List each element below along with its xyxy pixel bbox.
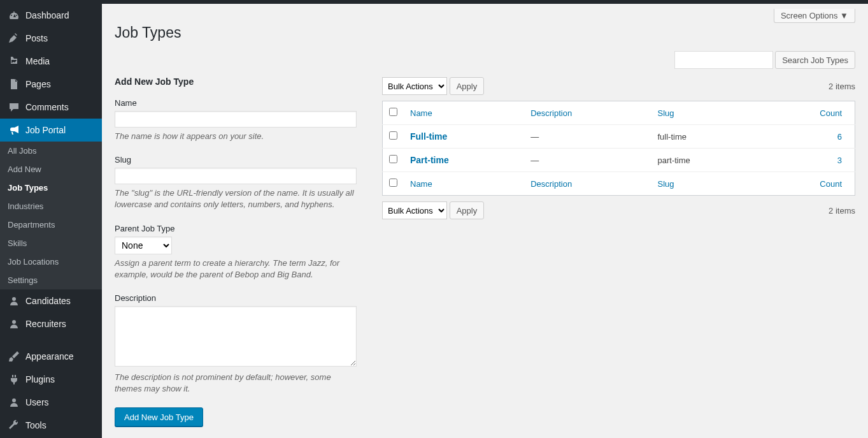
content-area: Screen Options ▼ Job Types Search Job Ty… bbox=[102, 4, 868, 438]
item-count-bottom: 2 items bbox=[829, 206, 855, 215]
admin-sidebar: DashboardPostsMediaPagesCommentsJob Port… bbox=[0, 4, 102, 438]
user-icon bbox=[8, 318, 20, 330]
sidebar-item-plugins[interactable]: Plugins bbox=[0, 368, 102, 391]
col-name[interactable]: Name bbox=[410, 108, 432, 118]
brush-icon bbox=[8, 350, 20, 363]
name-label: Name bbox=[115, 98, 357, 108]
apply-button-top[interactable]: Apply bbox=[450, 77, 485, 95]
media-icon bbox=[8, 55, 20, 68]
row-count-link[interactable]: 6 bbox=[837, 132, 842, 142]
parent-select[interactable]: None bbox=[115, 237, 172, 254]
page-icon bbox=[8, 78, 20, 91]
sidebar-item-users[interactable]: Users bbox=[0, 391, 102, 414]
screen-options-button[interactable]: Screen Options ▼ bbox=[774, 9, 855, 23]
submenu-item-departments[interactable]: Departments bbox=[0, 215, 102, 234]
description-help: The description is not prominent by defa… bbox=[115, 372, 357, 395]
name-help: The name is how it appears on your site. bbox=[115, 131, 357, 142]
table-row: Part-time—part-time3 bbox=[383, 149, 855, 172]
row-slug: full-time bbox=[651, 125, 757, 149]
sidebar-item-label: Users bbox=[25, 397, 49, 407]
sidebar-item-label: Dashboard bbox=[25, 10, 69, 20]
description-label: Description bbox=[115, 293, 357, 303]
slug-label: Slug bbox=[115, 155, 357, 164]
col-slug[interactable]: Slug bbox=[657, 108, 674, 118]
sidebar-item-label: Media bbox=[25, 56, 50, 66]
parent-help: Assign a parent term to create a hierarc… bbox=[115, 258, 357, 281]
row-slug: part-time bbox=[651, 149, 757, 172]
sidebar-item-media[interactable]: Media bbox=[0, 50, 102, 73]
page-title: Job Types bbox=[115, 17, 855, 41]
row-name-link[interactable]: Part-time bbox=[410, 155, 449, 165]
col-count-foot[interactable]: Count bbox=[820, 179, 842, 189]
sidebar-item-label: Comments bbox=[25, 102, 69, 112]
table-row: Full-time—full-time6 bbox=[383, 125, 855, 149]
submenu-item-skills[interactable]: Skills bbox=[0, 234, 102, 252]
description-textarea[interactable] bbox=[115, 306, 357, 367]
submenu-item-settings[interactable]: Settings bbox=[0, 271, 102, 289]
wrench-icon bbox=[8, 419, 20, 432]
megaphone-icon bbox=[8, 124, 20, 136]
sidebar-item-dashboard[interactable]: Dashboard bbox=[0, 4, 102, 27]
add-form-heading: Add New Job Type bbox=[115, 77, 357, 87]
row-description: — bbox=[524, 149, 651, 172]
submenu-item-all-jobs[interactable]: All Jobs bbox=[0, 142, 102, 160]
col-count[interactable]: Count bbox=[820, 108, 842, 118]
sidebar-item-label: Appearance bbox=[25, 351, 74, 361]
sidebar-item-appearance[interactable]: Appearance bbox=[0, 345, 102, 368]
row-description: — bbox=[524, 125, 651, 149]
user-icon bbox=[8, 396, 20, 409]
sidebar-item-label: Posts bbox=[25, 33, 48, 43]
name-input[interactable] bbox=[115, 111, 357, 128]
submenu-item-industries[interactable]: Industries bbox=[0, 197, 102, 215]
sidebar-item-tools[interactable]: Tools bbox=[0, 414, 102, 437]
select-all-top[interactable] bbox=[389, 108, 397, 116]
row-name-link[interactable]: Full-time bbox=[410, 131, 447, 142]
sidebar-item-label: Tools bbox=[25, 420, 46, 430]
add-submit-button[interactable]: Add New Job Type bbox=[115, 407, 203, 427]
col-name-foot[interactable]: Name bbox=[410, 179, 432, 189]
slug-help: The "slug" is the URL-friendly version o… bbox=[115, 187, 357, 210]
slug-input[interactable] bbox=[115, 168, 357, 184]
sidebar-item-candidates[interactable]: Candidates bbox=[0, 289, 102, 312]
sidebar-item-job-portal[interactable]: Job Portal bbox=[0, 119, 102, 142]
submenu-item-job-types[interactable]: Job Types bbox=[0, 179, 102, 197]
comment-icon bbox=[8, 101, 20, 113]
submenu-item-job-locations[interactable]: Job Locations bbox=[0, 252, 102, 271]
search-input[interactable] bbox=[674, 51, 773, 69]
apply-button-bottom[interactable]: Apply bbox=[450, 201, 485, 219]
col-slug-foot[interactable]: Slug bbox=[657, 179, 674, 189]
sidebar-item-label: Candidates bbox=[25, 296, 71, 306]
sidebar-item-posts[interactable]: Posts bbox=[0, 27, 102, 50]
bulk-actions-select-bottom[interactable]: Bulk Actions bbox=[382, 201, 447, 219]
submenu-item-add-new[interactable]: Add New bbox=[0, 160, 102, 179]
row-count-link[interactable]: 3 bbox=[837, 156, 842, 165]
sidebar-item-pages[interactable]: Pages bbox=[0, 73, 102, 96]
sidebar-item-label: Job Portal bbox=[25, 125, 66, 135]
user-icon bbox=[8, 295, 20, 307]
plug-icon bbox=[8, 373, 20, 386]
parent-label: Parent Job Type bbox=[115, 224, 357, 233]
row-checkbox[interactable] bbox=[389, 155, 397, 163]
col-description-foot[interactable]: Description bbox=[530, 179, 572, 189]
sidebar-item-label: Pages bbox=[25, 79, 51, 89]
sidebar-item-recruiters[interactable]: Recruiters bbox=[0, 312, 102, 335]
dashboard-icon bbox=[8, 9, 20, 22]
pin-icon bbox=[8, 32, 20, 45]
terms-table: Name Description Slug Count Full-time—fu… bbox=[382, 101, 855, 196]
bulk-actions-select-top[interactable]: Bulk Actions bbox=[382, 77, 447, 95]
sidebar-item-comments[interactable]: Comments bbox=[0, 96, 102, 119]
sidebar-item-label: Plugins bbox=[25, 374, 55, 384]
sidebar-item-label: Recruiters bbox=[25, 319, 66, 329]
search-submit-button[interactable]: Search Job Types bbox=[775, 51, 855, 69]
item-count-top: 2 items bbox=[829, 82, 855, 91]
select-all-bottom[interactable] bbox=[389, 179, 397, 187]
col-description[interactable]: Description bbox=[530, 108, 572, 118]
row-checkbox[interactable] bbox=[389, 131, 397, 140]
